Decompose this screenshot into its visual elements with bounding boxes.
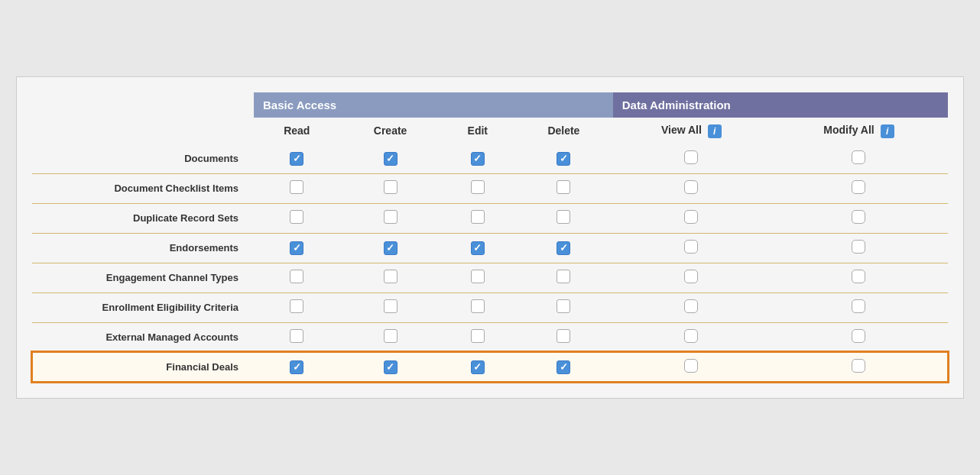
checkbox-read-4[interactable]: [290, 270, 303, 283]
table-row: External Managed Accounts: [32, 322, 948, 352]
empty-header: [32, 92, 254, 118]
checkbox-cell-create-5: [340, 292, 441, 322]
checkbox-cell-view_all-0: [613, 144, 770, 174]
table-row: Endorsements: [32, 233, 948, 263]
checkbox-view_all-1[interactable]: [684, 180, 698, 194]
checkbox-cell-delete-3: [514, 233, 613, 263]
checkbox-cell-delete-7: [514, 352, 613, 382]
checkbox-cell-delete-1: [514, 173, 613, 203]
col-label-empty: [32, 118, 254, 144]
table-row: Enrollment Eligibility Criteria: [32, 292, 948, 322]
checkbox-delete-0[interactable]: [557, 152, 570, 166]
checkbox-view_all-3[interactable]: [684, 240, 698, 254]
checkbox-cell-modify_all-0: [770, 144, 948, 174]
checkbox-edit-4[interactable]: [471, 270, 485, 283]
checkbox-cell-view_all-6: [613, 322, 770, 352]
checkbox-delete-6[interactable]: [557, 329, 570, 343]
checkbox-create-3[interactable]: [384, 241, 398, 255]
checkbox-cell-create-1: [340, 173, 441, 203]
checkbox-modify_all-5[interactable]: [852, 299, 865, 313]
checkbox-edit-2[interactable]: [471, 210, 485, 224]
checkbox-cell-create-3: [340, 233, 441, 263]
checkbox-view_all-5[interactable]: [684, 299, 698, 313]
checkbox-modify_all-2[interactable]: [852, 210, 865, 224]
checkbox-edit-6[interactable]: [471, 329, 485, 343]
row-label-1: Document Checklist Items: [32, 173, 254, 203]
checkbox-cell-delete-5: [514, 292, 613, 322]
checkbox-edit-7[interactable]: [471, 360, 485, 374]
checkbox-create-6[interactable]: [384, 329, 398, 343]
checkbox-create-0[interactable]: [384, 152, 398, 166]
checkbox-cell-edit-7: [441, 352, 514, 382]
checkbox-read-1[interactable]: [290, 180, 303, 194]
checkbox-delete-2[interactable]: [557, 210, 570, 224]
permissions-table: Basic Access Data Administration Read Cr…: [32, 92, 948, 382]
checkbox-view_all-6[interactable]: [684, 329, 698, 343]
checkbox-cell-read-6: [254, 322, 340, 352]
col-labels-row: Read Create Edit Delete View All i Modif…: [32, 118, 948, 144]
checkbox-modify_all-4[interactable]: [852, 270, 865, 283]
checkbox-modify_all-1[interactable]: [852, 180, 865, 194]
row-label-7: Financial Deals: [32, 352, 254, 382]
checkbox-modify_all-7[interactable]: [852, 359, 865, 373]
checkbox-view_all-2[interactable]: [684, 210, 698, 224]
checkbox-modify_all-6[interactable]: [852, 329, 865, 343]
checkbox-cell-create-6: [340, 322, 441, 352]
checkbox-modify_all-3[interactable]: [852, 240, 865, 254]
checkbox-delete-7[interactable]: [557, 360, 570, 374]
checkbox-read-6[interactable]: [290, 329, 303, 343]
checkbox-cell-edit-1: [441, 173, 514, 203]
table-row: Document Checklist Items: [32, 173, 948, 203]
checkbox-edit-5[interactable]: [471, 299, 485, 313]
checkbox-cell-delete-2: [514, 203, 613, 233]
col-label-create: Create: [340, 118, 441, 144]
checkbox-create-1[interactable]: [384, 180, 398, 194]
checkbox-create-5[interactable]: [384, 299, 398, 313]
view-all-info-icon[interactable]: i: [708, 124, 722, 138]
checkbox-cell-create-4: [340, 263, 441, 292]
checkbox-cell-modify_all-6: [770, 322, 948, 352]
checkbox-cell-edit-4: [441, 263, 514, 292]
checkbox-create-7[interactable]: [384, 360, 398, 374]
checkbox-read-7[interactable]: [290, 360, 303, 374]
checkbox-read-0[interactable]: [290, 152, 303, 166]
basic-access-label: Basic Access: [263, 99, 336, 111]
checkbox-cell-modify_all-2: [770, 203, 948, 233]
checkbox-cell-delete-6: [514, 322, 613, 352]
checkbox-read-2[interactable]: [290, 210, 303, 224]
data-admin-header: Data Administration: [613, 92, 948, 118]
checkbox-edit-0[interactable]: [471, 152, 485, 166]
checkbox-cell-modify_all-1: [770, 173, 948, 203]
checkbox-view_all-4[interactable]: [684, 270, 698, 283]
checkbox-view_all-0[interactable]: [684, 150, 698, 164]
checkbox-delete-3[interactable]: [557, 241, 570, 255]
row-label-0: Documents: [32, 144, 254, 174]
col-label-view-all: View All i: [613, 118, 770, 144]
checkbox-cell-create-0: [340, 144, 441, 174]
checkbox-create-4[interactable]: [384, 270, 398, 283]
checkbox-cell-modify_all-3: [770, 233, 948, 263]
checkbox-read-3[interactable]: [290, 241, 303, 255]
checkbox-cell-read-4: [254, 263, 340, 292]
checkbox-cell-edit-5: [441, 292, 514, 322]
checkbox-read-5[interactable]: [290, 299, 303, 313]
modify-all-info-icon[interactable]: i: [881, 124, 894, 138]
checkbox-cell-read-5: [254, 292, 340, 322]
checkbox-delete-5[interactable]: [557, 299, 570, 313]
checkbox-edit-3[interactable]: [471, 241, 485, 255]
checkbox-edit-1[interactable]: [471, 180, 485, 194]
checkbox-cell-edit-6: [441, 322, 514, 352]
checkbox-view_all-7[interactable]: [684, 359, 698, 373]
row-label-5: Enrollment Eligibility Criteria: [32, 292, 254, 322]
checkbox-cell-modify_all-7: [770, 352, 948, 382]
checkbox-cell-view_all-1: [613, 173, 770, 203]
table-row: Engagement Channel Types: [32, 263, 948, 292]
checkbox-modify_all-0[interactable]: [852, 150, 865, 164]
col-label-modify-all: Modify All i: [770, 118, 948, 144]
checkbox-create-2[interactable]: [384, 210, 398, 224]
checkbox-cell-delete-4: [514, 263, 613, 292]
table-row: Documents: [32, 144, 948, 174]
checkbox-delete-1[interactable]: [557, 180, 570, 194]
col-label-edit: Edit: [441, 118, 514, 144]
checkbox-delete-4[interactable]: [557, 270, 570, 283]
